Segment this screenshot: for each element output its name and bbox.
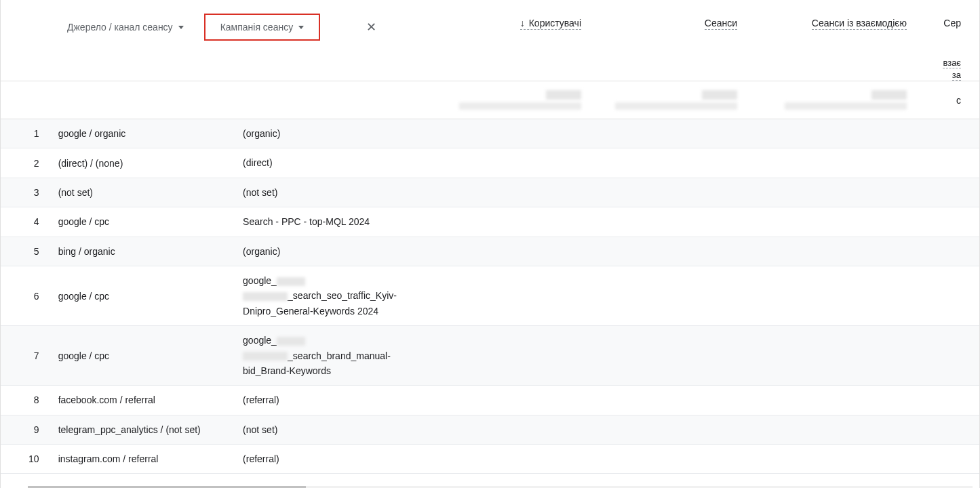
metric-header-partial[interactable]: Сер: [943, 18, 961, 29]
table-row[interactable]: 7google / cpcgoogle__search_brand_manual…: [1, 326, 979, 386]
metric-cell: [596, 148, 753, 178]
metric-cell: [753, 266, 924, 325]
source-medium-cell[interactable]: facebook.com / referral: [49, 386, 233, 415]
dimension-controls: Джерело / канал сеансу Кампанія сеансу ✕: [1, 5, 435, 41]
campaign-cell[interactable]: (referral): [233, 386, 439, 415]
metric-cell: [439, 148, 596, 178]
redacted-value: [546, 90, 581, 100]
table-row[interactable]: 4google / cpcSearch - PPC - top-MQL 2024: [1, 207, 979, 237]
secondary-dimension-dropdown[interactable]: Кампанія сеансу: [204, 14, 321, 41]
campaign-cell[interactable]: google__search_brand_manual-bid_Brand-Ke…: [233, 326, 439, 386]
source-medium-cell[interactable]: telegram_ppc_analytics / (not set): [49, 415, 233, 444]
metric-cell: [924, 119, 979, 148]
campaign-cell[interactable]: (organic): [233, 119, 439, 148]
summary-last: с: [916, 86, 971, 114]
metric-cell: [924, 266, 979, 325]
metric-cell: [439, 445, 596, 474]
row-index: 1: [1, 119, 49, 148]
campaign-cell[interactable]: (direct): [233, 148, 439, 178]
summary-row: с: [1, 81, 979, 119]
redacted-value: [243, 292, 288, 301]
campaign-cell[interactable]: Search - PPC - top-MQL 2024: [233, 207, 439, 237]
metric-cell: [439, 326, 596, 386]
data-table: 1google / organic(organic)2(direct) / (n…: [1, 119, 979, 474]
redacted-value: [702, 90, 737, 100]
summary-sessions: [591, 86, 747, 114]
summary-engaged: [747, 86, 916, 114]
metric-cell: [753, 445, 924, 474]
table-row[interactable]: 9telegram_ppc_analytics / (not set)(not …: [1, 415, 979, 444]
source-medium-cell[interactable]: bing / organic: [49, 237, 233, 266]
redacted-value: [871, 90, 907, 100]
source-medium-cell[interactable]: instagram.com / referral: [49, 445, 233, 474]
metric-cell: [596, 237, 753, 266]
primary-dimension-dropdown[interactable]: Джерело / канал сеансу: [62, 18, 189, 37]
table-row[interactable]: 2(direct) / (none)(direct): [1, 148, 979, 178]
metric-col-engaged: Сеанси із взаємодією: [747, 18, 916, 30]
table-row[interactable]: 3(not set)(not set): [1, 178, 979, 207]
redacted-value: [459, 102, 581, 110]
source-medium-cell[interactable]: google / cpc: [49, 207, 233, 237]
table-row[interactable]: 6google / cpcgoogle__search_seo_traffic_…: [1, 266, 979, 325]
metric-cell: [924, 415, 979, 444]
row-index: 9: [1, 415, 49, 444]
row-index: 6: [1, 266, 49, 325]
campaign-cell[interactable]: google__search_seo_traffic_Kyiv-Dnipro_G…: [233, 266, 439, 325]
summary-last-char: с: [956, 95, 961, 106]
metric-cell: [596, 326, 753, 386]
row-index: 10: [1, 445, 49, 474]
metric-cell: [753, 386, 924, 415]
source-medium-cell[interactable]: google / organic: [49, 119, 233, 148]
header-row: Джерело / канал сеансу Кампанія сеансу ✕…: [1, 0, 979, 81]
row-index: 3: [1, 178, 49, 207]
source-medium-cell[interactable]: (not set): [49, 178, 233, 207]
metric-header-sessions[interactable]: Сеанси: [705, 18, 737, 30]
remove-dimension-button[interactable]: ✕: [366, 21, 376, 33]
metric-cell: [596, 178, 753, 207]
metric-cell: [596, 445, 753, 474]
row-index: 2: [1, 148, 49, 178]
redacted-value: [615, 102, 737, 110]
metric-cell: [924, 178, 979, 207]
table-row[interactable]: 8facebook.com / referral(referral): [1, 386, 979, 415]
campaign-cell[interactable]: (not set): [233, 415, 439, 444]
metric-col-sessions: Сеанси: [591, 18, 747, 30]
metric-cell: [596, 119, 753, 148]
campaign-cell[interactable]: (organic): [233, 237, 439, 266]
row-index: 8: [1, 386, 49, 415]
metric-headers: ↓ Користувачі Сеанси Сеанси із взаємодіє…: [435, 5, 979, 81]
source-medium-cell[interactable]: (direct) / (none): [49, 148, 233, 178]
metric-cell: [924, 148, 979, 178]
campaign-prefix: google_: [243, 335, 277, 346]
metric-header-partial-sub1: взає: [943, 58, 961, 68]
secondary-dimension-label: Кампанія сеансу: [220, 22, 294, 33]
metric-cell: [924, 207, 979, 237]
metric-cell: [439, 415, 596, 444]
report-table: Джерело / канал сеансу Кампанія сеансу ✕…: [0, 0, 980, 488]
campaign-cell[interactable]: (not set): [233, 178, 439, 207]
metric-col-users: ↓ Користувачі: [435, 18, 591, 30]
metric-header-partial-sub2: за: [952, 70, 961, 81]
summary-users: [435, 86, 591, 114]
metric-cell: [596, 266, 753, 325]
metric-cell: [924, 326, 979, 386]
metric-cell: [753, 148, 924, 178]
metric-cell: [439, 178, 596, 207]
redacted-value: [785, 102, 907, 110]
metric-cell: [439, 207, 596, 237]
table-row[interactable]: 10instagram.com / referral(referral): [1, 445, 979, 474]
metric-cell: [924, 445, 979, 474]
table-row[interactable]: 5bing / organic(organic): [1, 237, 979, 266]
source-medium-cell[interactable]: google / cpc: [49, 326, 233, 386]
metric-cell: [753, 207, 924, 237]
metric-cell: [439, 386, 596, 415]
row-index: 7: [1, 326, 49, 386]
metric-col-avg: Сер взає за: [916, 18, 971, 81]
metric-header-engaged[interactable]: Сеанси із взаємодією: [812, 18, 907, 30]
campaign-cell[interactable]: (referral): [233, 445, 439, 474]
source-medium-cell[interactable]: google / cpc: [49, 266, 233, 325]
table-row[interactable]: 1google / organic(organic): [1, 119, 979, 148]
metric-cell: [753, 178, 924, 207]
metric-header-users[interactable]: ↓ Користувачі: [520, 18, 581, 30]
primary-dimension-label: Джерело / канал сеансу: [67, 22, 173, 33]
